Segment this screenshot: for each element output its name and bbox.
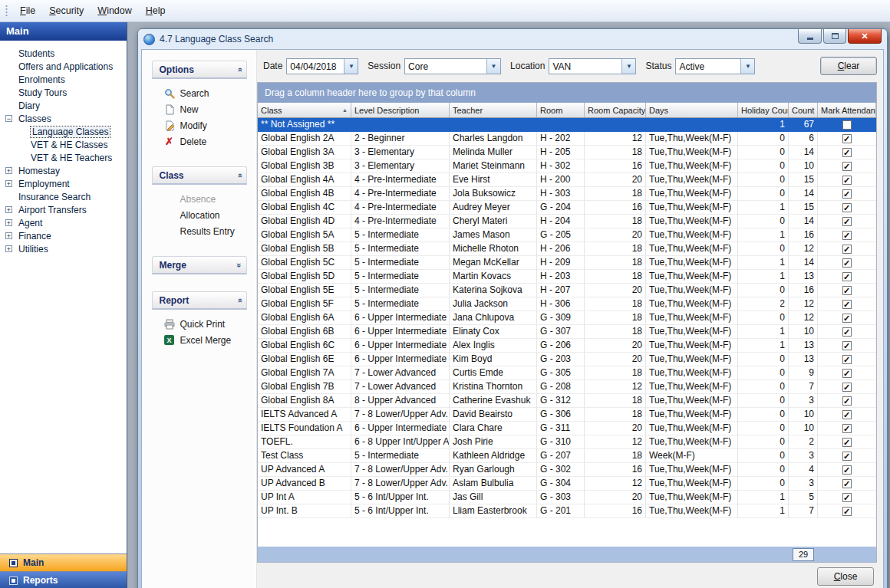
- mark-attendance-checkbox[interactable]: [842, 176, 852, 185]
- mark-attendance-checkbox[interactable]: [842, 217, 852, 226]
- table-row[interactable]: UP Advanced B7 - 8 Lower/Upper Adv.Aslam…: [258, 477, 876, 491]
- sidebar-item-diary[interactable]: Diary: [0, 100, 127, 113]
- column-header-room-capacity[interactable]: Room Capacity: [585, 103, 646, 117]
- status-select[interactable]: Active ▼: [675, 58, 755, 74]
- sidebar-item-students[interactable]: Students: [0, 48, 127, 61]
- mark-attendance-checkbox[interactable]: [842, 245, 852, 254]
- section-header-class[interactable]: Class»: [152, 166, 247, 185]
- mark-attendance-checkbox[interactable]: [842, 189, 852, 199]
- table-row[interactable]: Global English 4C4 - Pre-IntermediateAud…: [258, 201, 876, 215]
- table-row[interactable]: Global English 5C5 - IntermediateMegan M…: [258, 256, 876, 270]
- minimize-button[interactable]: [798, 29, 822, 44]
- clear-button[interactable]: Clear: [820, 57, 877, 75]
- mark-attendance-checkbox[interactable]: [842, 272, 852, 281]
- menu-help[interactable]: Help: [139, 2, 173, 19]
- table-row[interactable]: Global English 5D5 - IntermediateMartin …: [258, 270, 876, 284]
- location-select[interactable]: VAN ▼: [549, 58, 636, 74]
- mark-attendance-checkbox[interactable]: [842, 507, 852, 516]
- table-row[interactable]: Global English 6C6 - Upper IntermediateA…: [258, 339, 876, 353]
- close-button[interactable]: Close: [817, 567, 874, 586]
- panel-item-new[interactable]: New: [152, 101, 247, 117]
- expand-icon[interactable]: +: [5, 167, 12, 174]
- table-row[interactable]: UP Advanced A7 - 8 Lower/Upper Adv.Ryan …: [258, 463, 876, 477]
- sidebar-item-vet-he-classes[interactable]: VET & HE Classes: [0, 139, 127, 152]
- mark-attendance-checkbox[interactable]: [842, 231, 852, 240]
- sidebar-item-airport-transfers[interactable]: +Airport Transfers: [0, 204, 127, 217]
- expand-icon[interactable]: +: [5, 232, 12, 239]
- mark-attendance-checkbox[interactable]: [842, 493, 852, 502]
- table-row[interactable]: ** Not Assigned **167: [258, 118, 876, 132]
- menu-window[interactable]: Window: [91, 2, 138, 19]
- table-row[interactable]: TOEFL.6 - 8 Upper Int/Upper AdvJosh Piri…: [258, 435, 876, 449]
- table-row[interactable]: UP Int. B5 - 6 Int/Upper Int.Lliam Easte…: [258, 504, 876, 518]
- expand-icon[interactable]: +: [5, 180, 12, 187]
- table-row[interactable]: UP Int A5 - 6 Int/Upper Int.Jas GillG - …: [258, 491, 876, 504]
- table-row[interactable]: Global English 3B3 - ElementaryMariet St…: [258, 159, 876, 173]
- group-by-bar[interactable]: Drag a column header here to group by th…: [258, 83, 876, 103]
- mark-attendance-checkbox[interactable]: [842, 314, 852, 323]
- sidebar-item-finance[interactable]: +Finance: [0, 230, 127, 243]
- column-header-holiday-count[interactable]: Holiday Count: [738, 103, 789, 117]
- mark-attendance-checkbox[interactable]: [842, 438, 852, 447]
- table-row[interactable]: Global English 5B5 - IntermediateMichell…: [258, 242, 876, 256]
- expand-icon[interactable]: +: [5, 206, 12, 213]
- sidebar-item-utilities[interactable]: +Utilities: [0, 243, 127, 256]
- mark-attendance-checkbox[interactable]: [842, 410, 852, 419]
- sidebar-item-homestay[interactable]: +Homestay: [0, 165, 127, 178]
- panel-item-excel-merge[interactable]: XExcel Merge: [152, 332, 247, 348]
- panel-item-search[interactable]: Search: [152, 85, 247, 101]
- mark-attendance-checkbox[interactable]: [842, 203, 852, 212]
- mark-attendance-checkbox[interactable]: [842, 162, 852, 171]
- column-header-level-description[interactable]: Level Description: [351, 103, 450, 117]
- window-titlebar[interactable]: 4.7 Language Class Search ✕: [141, 29, 884, 49]
- mark-attendance-checkbox[interactable]: [842, 120, 852, 130]
- table-row[interactable]: Global English 6B6 - Upper IntermediateE…: [258, 325, 876, 339]
- chevron-down-icon[interactable]: ▼: [621, 59, 635, 74]
- table-row[interactable]: Test Class5 - IntermediateKathleen Aldri…: [258, 449, 876, 463]
- column-header-teacher[interactable]: Teacher: [450, 103, 537, 117]
- mark-attendance-checkbox[interactable]: [842, 134, 852, 143]
- table-row[interactable]: Global English 5F5 - IntermediateJulia J…: [258, 297, 876, 311]
- sidebar-item-study-tours[interactable]: Study Tours: [0, 87, 127, 100]
- expand-icon[interactable]: +: [5, 219, 12, 226]
- maximize-button[interactable]: [823, 29, 846, 44]
- sidebar-item-employment[interactable]: +Employment: [0, 178, 127, 191]
- menu-file[interactable]: File: [13, 2, 42, 19]
- sidebar-item-agent[interactable]: +Agent: [0, 217, 127, 230]
- table-row[interactable]: Global English 7B7 - Lower AdvancedKrist…: [258, 380, 876, 394]
- sidebar-item-language-classes[interactable]: Language Classes: [0, 126, 127, 139]
- mark-attendance-checkbox[interactable]: [842, 369, 852, 378]
- panel-item-delete[interactable]: ✗Delete: [152, 133, 247, 149]
- table-row[interactable]: Global English 5E5 - IntermediateKaterin…: [258, 284, 876, 297]
- section-header-merge[interactable]: Merge»: [152, 256, 247, 274]
- mark-attendance-checkbox[interactable]: [842, 148, 852, 157]
- mark-attendance-checkbox[interactable]: [842, 327, 852, 337]
- mark-attendance-checkbox[interactable]: [842, 452, 852, 461]
- close-window-button[interactable]: ✕: [848, 29, 882, 44]
- panel-item-modify[interactable]: Modify: [152, 117, 247, 133]
- table-row[interactable]: Global English 8A8 - Upper AdvancedCathe…: [258, 394, 876, 408]
- collapse-icon[interactable]: −: [5, 115, 12, 122]
- sidebar-item-enrolments[interactable]: Enrolments: [0, 74, 127, 87]
- sidebar-item-vet-he-teachers[interactable]: VET & HE Teachers: [0, 152, 127, 165]
- chevron-down-icon[interactable]: ▼: [344, 59, 358, 74]
- menu-security[interactable]: Security: [42, 2, 91, 19]
- mark-attendance-checkbox[interactable]: [842, 355, 852, 364]
- table-row[interactable]: Global English 4D4 - Pre-IntermediateChe…: [258, 215, 876, 228]
- nav-button-main[interactable]: Main: [0, 554, 127, 571]
- table-row[interactable]: Global English 5A5 - IntermediateJames M…: [258, 228, 876, 242]
- sidebar-item-offers-and-applications[interactable]: Offers and Applications: [0, 61, 127, 74]
- table-row[interactable]: Global English 2A2 - BeginnerCharles Lan…: [258, 132, 876, 146]
- column-header-class[interactable]: Class▲: [258, 103, 351, 117]
- mark-attendance-checkbox[interactable]: [842, 383, 852, 392]
- table-row[interactable]: Global English 4B4 - Pre-IntermediateJol…: [258, 187, 876, 201]
- mark-attendance-checkbox[interactable]: [842, 300, 852, 309]
- column-header-room[interactable]: Room: [537, 103, 585, 117]
- mark-attendance-checkbox[interactable]: [842, 286, 852, 295]
- table-row[interactable]: Global English 6E6 - Upper IntermediateK…: [258, 353, 876, 366]
- mark-attendance-checkbox[interactable]: [842, 465, 852, 475]
- mark-attendance-checkbox[interactable]: [842, 479, 852, 488]
- mark-attendance-checkbox[interactable]: [842, 341, 852, 350]
- table-row[interactable]: Global English 4A4 - Pre-IntermediateEve…: [258, 173, 876, 187]
- nav-button-reports[interactable]: Reports: [0, 571, 127, 588]
